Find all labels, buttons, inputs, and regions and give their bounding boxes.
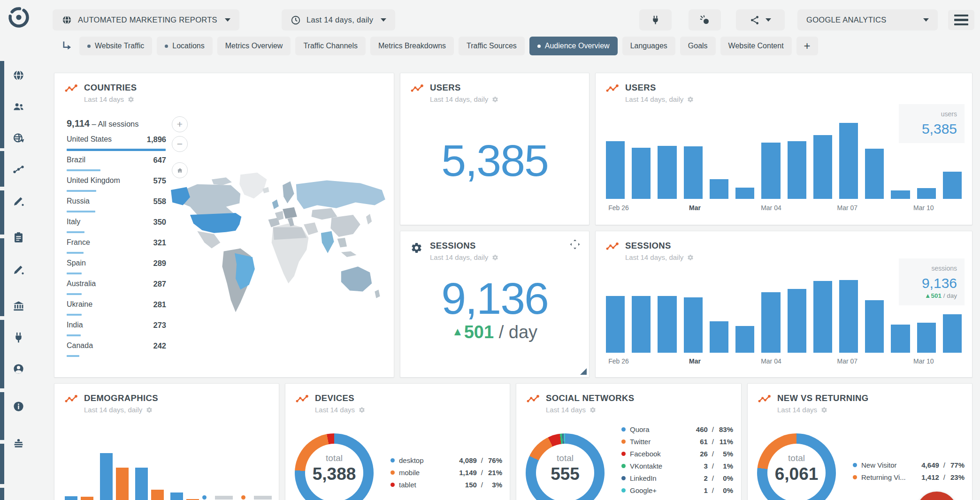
- bank-icon[interactable]: [12, 300, 28, 316]
- tab-traffic-sources[interactable]: Traffic Sources: [459, 37, 525, 55]
- demographics-bar[interactable]: [100, 453, 113, 500]
- country-row[interactable]: Australia287: [67, 280, 166, 300]
- country-row[interactable]: Spain289: [67, 259, 166, 280]
- tab-website-traffic[interactable]: Website Traffic: [79, 37, 152, 55]
- chart-bar[interactable]: [865, 149, 884, 199]
- gear-icon[interactable]: [492, 254, 498, 261]
- gear-icon[interactable]: [590, 407, 596, 413]
- tab-metrics-overview[interactable]: Metrics Overview: [217, 37, 291, 55]
- integrations-button[interactable]: [640, 10, 671, 30]
- legend-row[interactable]: Facebook26/5%: [621, 447, 733, 460]
- chart-bar[interactable]: [865, 300, 884, 353]
- legend-row[interactable]: Returning Vi...1,412/23%: [853, 471, 965, 483]
- demographics-bar[interactable]: [65, 496, 77, 500]
- chart-bar[interactable]: [813, 281, 832, 353]
- demographics-bar[interactable]: [135, 468, 148, 500]
- chart-bar[interactable]: [658, 296, 676, 353]
- chart-bar[interactable]: [917, 323, 936, 353]
- resize-handle[interactable]: [580, 368, 587, 375]
- chart-bar[interactable]: [761, 143, 780, 199]
- legend-row[interactable]: LinkedIn2/0%: [621, 472, 733, 484]
- country-row[interactable]: Russia558: [67, 197, 166, 218]
- events-button[interactable]: [689, 10, 720, 30]
- legend-row[interactable]: VKontakte3/1%: [621, 460, 733, 472]
- tab-audience-overview[interactable]: Audience Overview: [529, 37, 618, 55]
- devices-donut-chart[interactable]: total 5,388: [295, 433, 374, 500]
- zoom-out-button[interactable]: −: [172, 136, 188, 152]
- chart-bar[interactable]: [788, 141, 806, 199]
- tab-locations[interactable]: Locations: [157, 37, 213, 55]
- demographics-bar[interactable]: [170, 492, 183, 500]
- share-nodes-icon[interactable]: [12, 163, 28, 179]
- info-icon[interactable]: [12, 400, 28, 416]
- clipboard-icon[interactable]: [12, 231, 28, 247]
- plug-icon[interactable]: [12, 331, 28, 347]
- chart-bar[interactable]: [735, 188, 754, 199]
- legend-row[interactable]: tablet150/3%: [390, 478, 502, 491]
- users-bar-chart[interactable]: [606, 123, 962, 199]
- share-dropdown[interactable]: [736, 10, 784, 30]
- gear-icon[interactable]: [128, 96, 134, 103]
- legend-row[interactable]: Google+1/0%: [621, 484, 733, 496]
- chart-bar[interactable]: [684, 297, 703, 353]
- demographics-bar-chart[interactable]: [65, 384, 199, 500]
- period-dropdown[interactable]: Last 14 days, daily: [282, 10, 395, 30]
- chart-bar[interactable]: [658, 146, 676, 199]
- country-row[interactable]: United States1,896: [67, 135, 166, 156]
- legend-row[interactable]: desktop4,089/76%: [390, 454, 502, 466]
- tab-website-content[interactable]: Website Content: [720, 37, 792, 55]
- bug-icon[interactable]: [12, 438, 28, 454]
- country-row[interactable]: Canada242: [67, 341, 166, 362]
- sessions-bar-chart[interactable]: [606, 280, 962, 353]
- tab-traffic-channels[interactable]: Traffic Channels: [295, 37, 366, 55]
- chart-bar[interactable]: [943, 172, 962, 199]
- chart-bar[interactable]: [943, 314, 962, 353]
- country-row[interactable]: United Kingdom575: [67, 176, 166, 197]
- gear-icon[interactable]: [492, 96, 498, 103]
- chart-bar[interactable]: [684, 146, 703, 199]
- chart-bar[interactable]: [606, 141, 625, 199]
- chart-bar[interactable]: [735, 326, 754, 353]
- country-row[interactable]: Ukraine281: [67, 300, 166, 321]
- chart-bar[interactable]: [813, 135, 832, 199]
- chart-bar[interactable]: [606, 296, 625, 353]
- chart-bar[interactable]: [710, 321, 728, 353]
- country-row[interactable]: Italy350: [67, 218, 166, 238]
- tab-goals[interactable]: Goals: [680, 37, 716, 55]
- menu-button[interactable]: [948, 10, 974, 30]
- chart-bar[interactable]: [839, 280, 858, 353]
- globe-icon[interactable]: [12, 69, 28, 85]
- gear-icon[interactable]: [687, 96, 694, 103]
- chart-bar[interactable]: [710, 179, 728, 199]
- gear-icon[interactable]: [359, 407, 365, 413]
- country-row[interactable]: India273: [67, 321, 166, 341]
- zoom-in-button[interactable]: +: [172, 116, 188, 132]
- gear-icon[interactable]: [821, 407, 827, 413]
- report-dropdown[interactable]: AUTOMATED MARKETING REPORTS: [53, 10, 239, 30]
- chart-bar[interactable]: [839, 123, 858, 199]
- demographics-bar[interactable]: [81, 497, 93, 500]
- social-donut-chart[interactable]: total 555: [526, 433, 605, 500]
- legend-row[interactable]: Quora460/83%: [621, 423, 733, 435]
- move-handle-icon[interactable]: [569, 239, 581, 252]
- new-vs-returning-donut-chart[interactable]: total 6,061: [757, 433, 836, 500]
- user-circle-icon[interactable]: [12, 363, 28, 379]
- users-icon[interactable]: [12, 100, 28, 116]
- country-row[interactable]: France321: [67, 238, 166, 259]
- chart-bar[interactable]: [917, 188, 936, 199]
- chart-bar[interactable]: [891, 325, 910, 353]
- add-tab-button[interactable]: +: [796, 37, 818, 55]
- legend-row[interactable]: Twitter61/11%: [621, 435, 733, 447]
- gear-icon[interactable]: [687, 254, 694, 261]
- pen-icon[interactable]: [12, 195, 28, 211]
- legend-row[interactable]: New Visitor4,649/77%: [853, 459, 965, 471]
- tab-metrics-breakdowns[interactable]: Metrics Breakdowns: [370, 37, 454, 55]
- demographics-bar[interactable]: [116, 468, 129, 500]
- country-row[interactable]: Brazil647: [67, 156, 166, 176]
- chart-bar[interactable]: [632, 148, 651, 199]
- chart-bar[interactable]: [788, 289, 806, 353]
- source-dropdown[interactable]: GOOGLE ANALYTICS: [798, 10, 937, 30]
- chart-bar[interactable]: [632, 296, 651, 353]
- globe-sync-icon[interactable]: [12, 132, 28, 148]
- pen-icon[interactable]: [12, 263, 28, 279]
